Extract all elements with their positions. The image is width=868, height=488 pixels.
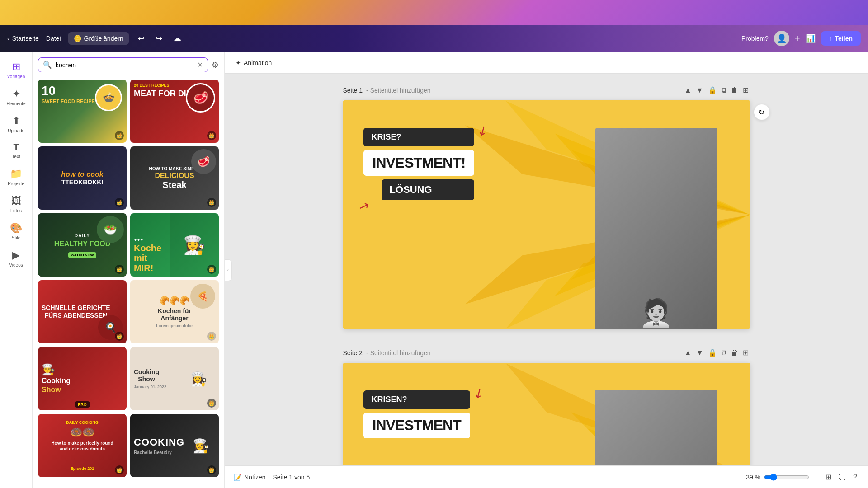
person-image-1: 🧑‍💼: [595, 128, 717, 329]
redo-button[interactable]: ↪: [154, 32, 164, 45]
sidebar-item-videos[interactable]: ▶ Videos: [2, 246, 31, 271]
templates-panel-wrapper: 🔍 ✕ ⚙ 10 SWEEt Food RECIPE: [33, 52, 225, 488]
refresh-button-1[interactable]: ↻: [754, 104, 770, 120]
cloud-button[interactable]: ☁: [171, 32, 183, 45]
hide-panel-button[interactable]: ‹: [225, 259, 232, 281]
template-card-sweet[interactable]: 10 SWEEt Food RECIPE 🍲 👑: [38, 80, 127, 143]
stats-button[interactable]: 📊: [806, 33, 816, 43]
home-button[interactable]: ‹ Startseite: [7, 35, 39, 42]
canvas-frame-1[interactable]: .ray{fill:#f0b800;opacity:0.6;}: [343, 100, 750, 329]
template-card-schnell[interactable]: SCHNELLE GERICHTEFÜRS ABENDESSEN 🍳 👑: [38, 280, 127, 343]
page-section-1: Seite 1 - Seitentitel hinzufügen ▲ ▼ 🔒 ⧉…: [343, 84, 750, 329]
sidebar-item-projekte[interactable]: 📁 Projekte: [2, 164, 31, 190]
teilen-button[interactable]: ↑ Teilen: [821, 31, 861, 46]
notizen-icon: 📝: [234, 474, 241, 481]
krisen-bubble: KRISEN?: [363, 390, 470, 409]
filter-button[interactable]: ⚙: [212, 60, 219, 70]
style-icon: 🎨: [10, 222, 22, 234]
person-image-2: 🧑‍💼: [595, 390, 717, 465]
template-card-cookshow-red[interactable]: 👨‍🍳 Cooking Show PRO: [38, 347, 127, 410]
groesse-icon: 🪙: [74, 35, 81, 42]
zoom-label: 39 %: [742, 474, 760, 481]
template-card-meat[interactable]: 20 BEST RECIPES MEAT FOR DINNER. 🥩 👑: [130, 80, 219, 143]
crown-badge: 👑: [115, 332, 124, 341]
animation-button[interactable]: ✦ Animation: [232, 57, 275, 68]
sidebar-item-vorlagen[interactable]: ⊞ Vorlagen: [2, 57, 31, 83]
crown-badge: 👑: [115, 265, 124, 274]
template-card-cookshow-light[interactable]: CookingShow January 01, 2022 👩‍🍳 👑: [130, 347, 219, 410]
krise-bubble: KRISE?: [363, 128, 475, 146]
page-delete-button-2[interactable]: 🗑: [730, 347, 740, 358]
template-card-tteok[interactable]: how to cook TTEOKBOKKI 👑: [38, 146, 127, 210]
fullscreen-button[interactable]: ⛶: [837, 471, 848, 483]
bottom-bar: 📝 Notizen Seite 1 von 5 39 % ⊞ ⛶ ?: [225, 465, 868, 488]
upload-icon: ⬆: [12, 115, 20, 127]
problem-button[interactable]: Problem?: [741, 35, 769, 42]
animation-toolbar: ✦ Animation: [225, 52, 868, 74]
video-icon: ▶: [12, 249, 20, 261]
invest-bubble-2: INVESTMENT: [363, 413, 470, 438]
notizen-button[interactable]: 📝 Notizen: [234, 474, 265, 481]
page-lock-button[interactable]: 🔒: [707, 84, 718, 96]
page-up-button-2[interactable]: ▲: [683, 347, 693, 358]
page-section-2: Seite 2 - Seitentitel hinzufügen ▲ ▼ 🔒 ⧉…: [343, 347, 750, 465]
crown-badge: 👑: [115, 198, 124, 207]
template-card-donuts[interactable]: DAILY COOKING 🍩🍩 How to make perfectly r…: [38, 414, 127, 477]
page-lock-button-2[interactable]: 🔒: [707, 347, 718, 358]
search-input[interactable]: [56, 61, 193, 69]
teilen-label: Teilen: [835, 35, 853, 42]
undo-button[interactable]: ↩: [136, 32, 146, 45]
sidebar-item-text[interactable]: T Text: [2, 139, 31, 163]
canvas-frame-2[interactable]: 🧑‍💼 ↙ KRISEN? INVESTMENT: [343, 363, 750, 465]
groesse-label: Größe ändern: [84, 35, 123, 42]
crown-badge: 👑: [115, 131, 124, 140]
problem-label: Problem?: [741, 35, 769, 42]
elements-icon: ✦: [12, 88, 20, 100]
add-button[interactable]: +: [795, 33, 800, 44]
animation-label: Animation: [244, 59, 272, 66]
clear-search-button[interactable]: ✕: [197, 61, 203, 69]
canvas-frame-wrapper-2: 🧑‍💼 ↙ KRISEN? INVESTMENT: [343, 363, 750, 465]
animation-icon: ✦: [236, 59, 241, 66]
page-controls-1: ▲ ▼ 🔒 ⧉ 🗑 ⊞: [683, 84, 750, 96]
template-card-steak[interactable]: HOW TO MAKE SIMPLE DELICIOUS Steak 🥩 👑: [130, 146, 219, 210]
main-layout: ⊞ Vorlagen ✦ Elemente ⬆ Uploads T Text 📁…: [0, 52, 868, 488]
crown-badge: 👑: [207, 332, 216, 341]
chevron-left-icon: ‹: [7, 35, 9, 42]
page-down-button-2[interactable]: ▼: [695, 347, 705, 358]
page-header-2: Seite 2 - Seitentitel hinzufügen ▲ ▼ 🔒 ⧉…: [343, 347, 750, 358]
grid-icon: ⊞: [12, 61, 20, 73]
page-add-button-2[interactable]: ⊞: [741, 347, 750, 358]
pro-badge: PRO: [75, 401, 90, 408]
photo-icon: 🖼: [11, 195, 21, 207]
grid-view-button[interactable]: ⊞: [824, 471, 833, 483]
page-copy-button[interactable]: ⧉: [720, 85, 728, 96]
datei-button[interactable]: Datei: [46, 35, 61, 42]
sidebar-item-label: Videos: [9, 263, 23, 267]
sidebar-item-label: Vorlagen: [7, 74, 25, 79]
invest-bubble: INVESTMENT!: [363, 150, 475, 176]
page-down-button[interactable]: ▼: [695, 85, 705, 96]
page-delete-button[interactable]: 🗑: [730, 85, 740, 96]
canvas-scroll[interactable]: Seite 1 - Seitentitel hinzufügen ▲ ▼ 🔒 ⧉…: [225, 74, 868, 465]
page-indicator: Seite 1 von 5: [273, 474, 310, 481]
sidebar-item-uploads[interactable]: ⬆ Uploads: [2, 112, 31, 137]
avatar: 👤: [774, 31, 789, 46]
header: ‹ Startseite Datei 🪙 Größe ändern ↩ ↪ ☁ …: [0, 25, 868, 52]
template-card-koche[interactable]: 👩‍🍳 ✦✦✦ KochemitMIR! 👑: [130, 213, 219, 277]
crown-badge: 👑: [207, 131, 216, 140]
help-button[interactable]: ?: [851, 471, 859, 483]
groesse-button[interactable]: 🪙 Größe ändern: [68, 32, 129, 45]
page-header-1: Seite 1 - Seitentitel hinzufügen ▲ ▼ 🔒 ⧉…: [343, 84, 750, 96]
sidebar-item-fotos[interactable]: 🖼 Fotos: [2, 192, 31, 217]
sidebar-item-elemente[interactable]: ✦ Elemente: [2, 84, 31, 110]
sidebar-item-stile[interactable]: 🎨 Stile: [2, 219, 31, 244]
page-copy-button-2[interactable]: ⧉: [720, 347, 728, 358]
page-add-button[interactable]: ⊞: [741, 84, 750, 96]
page-up-button[interactable]: ▲: [683, 85, 693, 96]
template-card-anfaenger[interactable]: 🥐🥐🥐 Kochen fürAnfänger Lorem ipsum dolor…: [130, 280, 219, 343]
text-bubbles-2: ↙ KRISEN? INVESTMENT: [363, 390, 470, 438]
zoom-slider[interactable]: [764, 474, 809, 481]
template-card-healthy[interactable]: DAILY HEALTHY FOOD 🥗 WATCH NOW 👑: [38, 213, 127, 277]
template-card-cooking-black[interactable]: COOKING Rachelle Beaudry 👩‍🍳 👑: [130, 414, 219, 477]
